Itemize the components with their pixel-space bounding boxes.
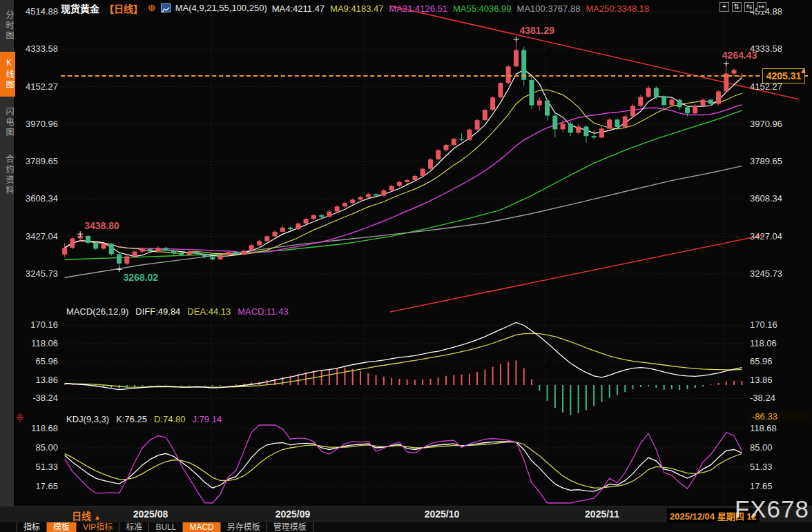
- axis-label: 85.00: [750, 442, 811, 453]
- period-label: 日线: [72, 511, 91, 522]
- macd-panel: [65, 323, 742, 415]
- extreme-cross-marker: [513, 37, 519, 42]
- ma-legend-value: MA55:4036.99: [453, 3, 512, 14]
- axis-label: -86.33: [750, 411, 811, 422]
- axis-label: 3245.73: [750, 268, 811, 279]
- ma-settings-label: MA(4,9,21,55,100,250): [175, 3, 267, 13]
- x-axis-month-label: 2025/10: [411, 509, 473, 520]
- chart-header: 现货黄金 【日线】 ⊕ MA(4,9,21,55,100,250) MA4:42…: [61, 2, 655, 14]
- main-chart-canvas[interactable]: [0, 0, 812, 532]
- toolbar-tab-dim[interactable]: 另存模板: [221, 522, 267, 532]
- export-tool-icon[interactable]: ↦: [757, 2, 766, 12]
- ma-legend-value: MA9:4183.47: [330, 3, 383, 14]
- y-scale-tool-icon[interactable]: ⇅: [732, 2, 742, 12]
- j-line: [65, 425, 742, 503]
- brand-watermark: FX678: [735, 495, 809, 523]
- axis-label: 17.65: [750, 481, 811, 492]
- kdj-panel: [65, 425, 742, 503]
- x-axis-month-label: 2025/11: [571, 509, 633, 520]
- ma-legend-value: MA100:3767.88: [517, 3, 581, 14]
- axis-label: 3427.04: [750, 231, 811, 242]
- price-arrow-icon: ▲: [800, 66, 807, 75]
- kdj-header: KDJ(9,3,3) K:76.25 D:74.80 J:79.14: [66, 414, 222, 424]
- ma55-line: [65, 110, 742, 259]
- candlestick-series: [62, 39, 744, 269]
- macd-diff-value: DIFF:49.84: [135, 306, 180, 317]
- support-trendline: [390, 235, 763, 312]
- axis-label: -38.24: [750, 393, 811, 404]
- axis-label: 51.33: [750, 462, 811, 473]
- ma-legend: MA4:4211.47MA9:4183.47MA21:4126.51MA55:4…: [272, 2, 655, 14]
- axis-label: 3789.65: [750, 156, 811, 167]
- sidebar-tab-active[interactable]: K线图: [0, 52, 15, 97]
- chart-tool-buttons: +⇅⇆↦: [719, 2, 766, 12]
- kdj-k-value: K:76.25: [116, 414, 147, 424]
- kdj-d-value: D:74.80: [154, 414, 186, 424]
- current-price-box: 4205.31: [762, 68, 805, 83]
- price-annotation: 3438.80: [84, 220, 119, 231]
- move-tool-icon[interactable]: +: [719, 2, 729, 12]
- ma9-line: [65, 90, 742, 255]
- price-annotation: 4264.43: [722, 50, 757, 61]
- extreme-cross-marker: [117, 266, 122, 272]
- x-axis-month-label: 2025/08: [119, 509, 182, 520]
- price-annotation: 3268.02: [124, 272, 159, 283]
- period-selector[interactable]: 日线 ▲: [72, 509, 101, 522]
- macd-header: MACD(26,12,9) DIFF:49.84 DEA:44.13 MACD:…: [66, 306, 289, 317]
- toolbar-tab-active[interactable]: MACD: [183, 522, 220, 532]
- x-scale-tool-icon[interactable]: ⇆: [744, 2, 754, 12]
- chart-style-icon[interactable]: [161, 3, 171, 12]
- axis-label: 65.96: [750, 356, 811, 367]
- extreme-cross-marker: [724, 61, 729, 66]
- axis-label: 3608.34: [750, 193, 811, 204]
- bottom-toolbar: 指标模板VIP指标标准BULLMACD另存模板管理模板: [0, 522, 812, 532]
- x-axis-month-label: 2025/09: [262, 509, 324, 520]
- gridlines: [61, 7, 746, 504]
- toolbar-tab-dim[interactable]: BULL: [149, 522, 183, 532]
- trading-chart-app: 分时图K线图闪电图合约资料 现货黄金 【日线】 ⊕ MA(4,9,21,55,1…: [0, 0, 812, 532]
- chevron-up-icon: ▲: [94, 513, 101, 521]
- axis-label: 4333.58: [750, 43, 811, 55]
- time-axis-row: 日线 ▲ 2025/12/04 星期四 12 2025/082025/09202…: [0, 506, 812, 522]
- sidebar-tab-item[interactable]: 闪电图: [0, 101, 15, 144]
- ma-legend-value: MA21:4126.51: [389, 3, 447, 14]
- macd-dea-value: DEA:44.13: [187, 306, 231, 317]
- sidebar-tab-item[interactable]: 合约资料: [0, 148, 15, 202]
- toolbar-tab-dim[interactable]: 管理模板: [267, 522, 313, 532]
- kdj-j-value: J:79.14: [193, 414, 222, 424]
- ma21-line: [65, 105, 742, 253]
- macd-title: MACD(26,12,9): [66, 306, 128, 317]
- symbol-name: 现货黄金: [61, 1, 99, 15]
- k-line: [65, 442, 742, 491]
- axis-label: 118.68: [750, 423, 811, 434]
- toolbar-tab-dim[interactable]: 标准: [119, 522, 149, 532]
- circle-plus-icon[interactable]: ⊕: [148, 3, 156, 12]
- axis-label: 3970.96: [750, 119, 811, 130]
- ma-legend-value: MA250:3348.18: [586, 3, 649, 14]
- axis-label: 118.06: [750, 338, 811, 349]
- sidebar-tab-item[interactable]: 分时图: [0, 4, 15, 48]
- indicator-alert-icon[interactable]: [15, 412, 25, 426]
- toolbar-tab-vip[interactable]: VIP指标: [77, 522, 119, 532]
- kdj-title: KDJ(9,3,3): [66, 414, 109, 424]
- ma-legend-value: MA4:4211.47: [272, 3, 325, 14]
- current-price-line: [61, 75, 808, 77]
- period-tag: 【日线】: [104, 1, 143, 15]
- price-annotation: 4381.29: [519, 25, 554, 36]
- toolbar-tab-plain[interactable]: 指标: [17, 522, 47, 532]
- macd-macd-value: MACD:11.43: [238, 306, 288, 317]
- dea-line: [65, 333, 742, 387]
- diff-line: [65, 323, 742, 390]
- axis-label: 170.16: [750, 319, 811, 331]
- toolbar-tab-active[interactable]: 模板: [47, 522, 77, 532]
- sidebar: 分时图K线图闪电图合约资料: [0, 0, 15, 506]
- axis-label: 13.86: [750, 375, 811, 386]
